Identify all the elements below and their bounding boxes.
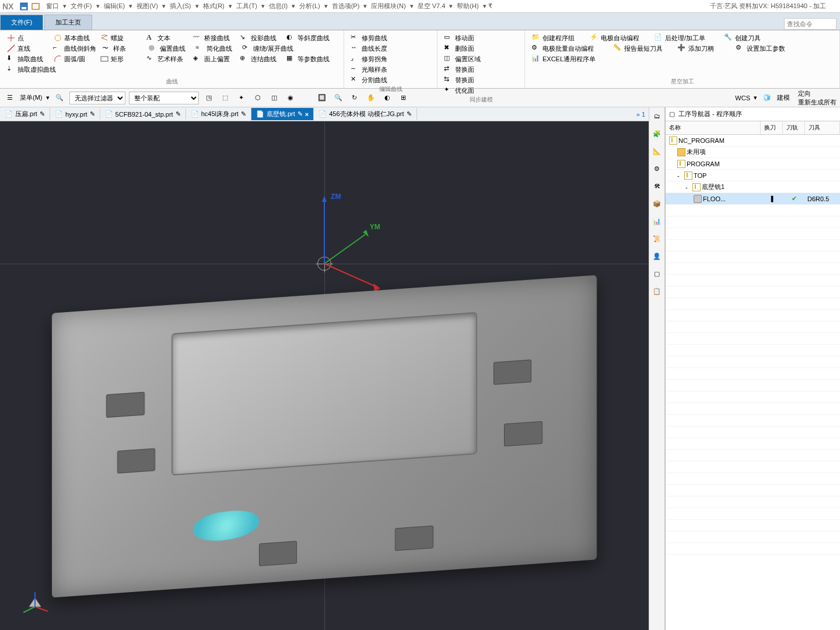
cmd-isoparm[interactable]: ▦等参数曲线 bbox=[286, 54, 330, 64]
col-tool[interactable]: 刀具 bbox=[805, 121, 840, 134]
menu-pref[interactable]: 首选项(P) bbox=[331, 2, 361, 10]
cmd-basic-curve[interactable]: 基本曲线 bbox=[53, 33, 94, 43]
sel-btn-3[interactable]: ✦ bbox=[235, 92, 248, 104]
window-icon[interactable] bbox=[31, 2, 40, 11]
col-name[interactable]: 名称 bbox=[666, 121, 761, 134]
cmd-create-tool[interactable]: 🔧创建刀具 bbox=[724, 33, 776, 43]
menu-info[interactable]: 信息(I) bbox=[268, 2, 289, 10]
menu-insert[interactable]: 插入(S) bbox=[169, 2, 192, 10]
save-icon[interactable] bbox=[19, 2, 29, 11]
col-toolchange[interactable]: 换刀 bbox=[761, 121, 783, 134]
col-toolpath[interactable]: 刀轨 bbox=[783, 121, 805, 134]
cmd-shortest-tool[interactable]: 📏报告最短刀具 bbox=[613, 44, 671, 53]
assembly-scope[interactable]: 整个装配 bbox=[129, 92, 199, 104]
cmd-extract[interactable]: ⬇抽取曲线 bbox=[6, 54, 47, 64]
view-shade[interactable]: ◐ bbox=[381, 92, 394, 104]
tree-row[interactable]: -底壁铣1 bbox=[666, 181, 840, 193]
cmd-bridge[interactable]: 〰桥接曲线 bbox=[193, 33, 234, 43]
doctab-4[interactable]: 📄底壁铣.prt✎× bbox=[251, 108, 314, 120]
cmd-extract-virtual[interactable]: ⇣抽取虚拟曲线 bbox=[6, 65, 56, 74]
rb-geometry[interactable]: 📦 bbox=[650, 197, 663, 210]
cmd-simplify[interactable]: ≈简化曲线 bbox=[195, 44, 236, 53]
sel-btn-2[interactable]: ⬚ bbox=[219, 92, 232, 104]
doctab-0[interactable]: 📄压扁.prt✎ bbox=[0, 108, 50, 120]
menu-edit[interactable]: 编辑(E) bbox=[103, 2, 127, 10]
menu-button[interactable]: ☰ bbox=[4, 92, 16, 104]
build-icon[interactable]: 🧊 bbox=[761, 92, 774, 104]
cmd-join[interactable]: ⊕连结曲线 bbox=[240, 54, 281, 64]
cmd-move-face[interactable]: ▭移动面 bbox=[444, 33, 485, 43]
view-pan[interactable]: ✋ bbox=[365, 92, 377, 104]
rb-method[interactable]: 📊 bbox=[650, 215, 663, 228]
cmd-rect[interactable]: 矩形 bbox=[100, 54, 141, 64]
rb-history[interactable]: 📜 bbox=[650, 232, 663, 245]
nav-tree[interactable]: NC_PROGRAM未用项PROGRAM-TOP-底壁铣1FLOO...❚✔D6… bbox=[666, 135, 840, 630]
cmd-create-prog[interactable]: 📁创建程序组 bbox=[531, 33, 584, 43]
filter-icon[interactable]: 🔍 bbox=[53, 92, 66, 104]
cmd-wrap[interactable]: ⟳缠绕/展开曲线 bbox=[242, 44, 293, 53]
cmd-delete-face[interactable]: ✖删除面 bbox=[444, 44, 485, 53]
view-fit[interactable]: 🔲 bbox=[316, 92, 328, 104]
cmd-offset-region[interactable]: ◫偏置区域 bbox=[444, 54, 485, 64]
cmd-electrode-auto[interactable]: ⚡电极自动编程 bbox=[590, 33, 648, 43]
doctab-2[interactable]: 📄5CFB921-04_stp.prt✎ bbox=[100, 108, 186, 120]
nav-pin-icon[interactable]: ▢ bbox=[669, 110, 675, 118]
tree-row[interactable]: 未用项 bbox=[666, 146, 840, 158]
rb-machining[interactable]: ⚙ bbox=[650, 162, 663, 175]
cmd-optimize[interactable]: ✦优化面 bbox=[444, 86, 485, 95]
cmd-excel[interactable]: 📊EXCEL通用程序单 bbox=[531, 54, 607, 64]
orient-label[interactable]: 定向 bbox=[798, 89, 836, 98]
selection-filter[interactable]: 无选择过滤器 bbox=[69, 92, 125, 104]
cmd-electrode-batch[interactable]: ⚙电极批量自动编程 bbox=[531, 44, 607, 53]
cmd-trim[interactable]: ✂修剪曲线 bbox=[351, 33, 391, 43]
tab-file[interactable]: 文件(F) bbox=[0, 15, 43, 30]
command-search-input[interactable] bbox=[784, 18, 836, 30]
cmd-arc[interactable]: 圆弧/圆 bbox=[53, 54, 94, 64]
tab-machining-home[interactable]: 加工主页 bbox=[44, 15, 92, 30]
menu-tools[interactable]: 工具(T) bbox=[235, 2, 258, 10]
cmd-offset[interactable]: ◎偏置曲线 bbox=[149, 44, 190, 53]
regen-label[interactable]: 重新生成所有 bbox=[798, 98, 836, 107]
sel-btn-5[interactable]: ◫ bbox=[268, 92, 281, 104]
view-rotate[interactable]: ↻ bbox=[348, 92, 361, 104]
menu-format[interactable]: 格式(R) bbox=[202, 2, 226, 10]
menu-help[interactable]: 帮助(H) bbox=[456, 2, 480, 10]
cmd-point[interactable]: 点 bbox=[6, 33, 47, 43]
sel-btn-4[interactable]: ⬡ bbox=[251, 92, 264, 104]
viewport-3d[interactable]: ZM YM XM bbox=[0, 121, 649, 630]
cmd-chamfer[interactable]: ⌐曲线倒斜角 bbox=[53, 44, 96, 53]
rb-empty[interactable]: ▢ bbox=[650, 267, 663, 280]
cmd-replace1[interactable]: ⇄替换面 bbox=[444, 65, 485, 74]
sel-btn-6[interactable]: ◉ bbox=[284, 92, 297, 104]
cmd-postprocess[interactable]: 📄后处理/加工单 bbox=[654, 33, 718, 43]
build-label[interactable]: 建模 bbox=[777, 93, 790, 102]
tree-row[interactable]: PROGRAM bbox=[666, 158, 840, 170]
menu-file[interactable]: 文件(F) bbox=[69, 2, 93, 10]
close-icon[interactable]: × bbox=[305, 111, 309, 118]
doctab-overflow[interactable]: » 1 bbox=[633, 111, 649, 118]
menu-view[interactable]: 视图(V) bbox=[135, 2, 159, 10]
rb-roles[interactable]: 👤 bbox=[650, 250, 663, 262]
sel-btn-1[interactable]: ◳ bbox=[202, 92, 215, 104]
rb-assembly[interactable]: 🧩 bbox=[650, 127, 663, 140]
rb-part-nav[interactable]: 🗂 bbox=[650, 110, 663, 123]
view-wire[interactable]: ⊞ bbox=[397, 92, 410, 104]
cmd-smooth[interactable]: ∼光顺样条 bbox=[351, 65, 391, 74]
doctab-3[interactable]: 📄hc45l床身.prt✎ bbox=[186, 108, 251, 120]
tree-row[interactable]: NC_PROGRAM bbox=[666, 135, 840, 146]
cmd-replace2[interactable]: ⇆替换面 bbox=[444, 75, 485, 85]
cmd-isocline[interactable]: ◐等斜度曲线 bbox=[286, 33, 330, 43]
cmd-project[interactable]: ↘投影曲线 bbox=[240, 33, 281, 43]
cmd-spline[interactable]: 〜样条 bbox=[102, 44, 143, 53]
cmd-set-params[interactable]: ⚙设置加工参数 bbox=[736, 44, 794, 53]
wcs-label[interactable]: WCS bbox=[735, 94, 750, 102]
menu-label[interactable]: 菜单(M) bbox=[20, 93, 43, 102]
menu-analysis[interactable]: 分析(L) bbox=[298, 2, 321, 10]
cmd-add-holder[interactable]: ➕添加刀柄 bbox=[677, 44, 730, 53]
cmd-trim-corner[interactable]: ⌟修剪拐角 bbox=[351, 54, 391, 64]
view-zoom[interactable]: 🔍 bbox=[332, 92, 345, 104]
menu-window[interactable]: 窗口 bbox=[45, 2, 60, 10]
cmd-line[interactable]: 直线 bbox=[6, 44, 47, 53]
doctab-5[interactable]: 📄456壳体外模 动模仁JG.prt✎ bbox=[314, 108, 416, 120]
cmd-divide[interactable]: ✕分割曲线 bbox=[351, 75, 391, 85]
